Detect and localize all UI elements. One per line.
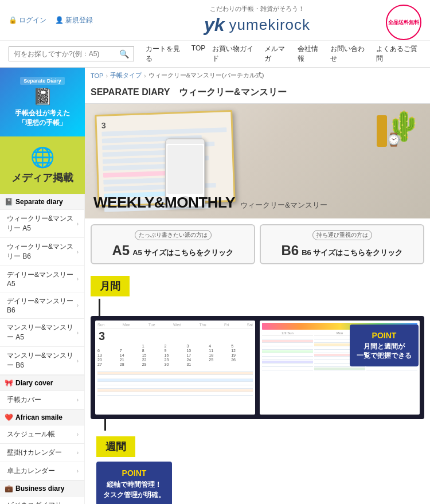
hero-text-overlay: WEEKLY&MONTHLY ウィークリー&マンスリー	[93, 194, 327, 212]
banner-title: 手帳会社が考えた	[15, 108, 70, 118]
logo-yk: yk	[204, 14, 225, 36]
separate-diary-icon: 📓	[5, 198, 13, 206]
sidebar-section-title-separate: 📓 Separate diary	[0, 194, 84, 210]
content-area: TOP › 手帳タイプ › ウィークリー&マンスリー(バーチカル式) SEPAR…	[85, 68, 430, 504]
monthly-label-area: 月間	[91, 276, 424, 316]
globe-icon: 🌐	[30, 146, 54, 169]
lock-icon: 🔒	[9, 16, 17, 24]
point-badge-monthly: POINT 月間と週間が一覧で把握できる	[350, 325, 419, 366]
sidebar-section-title-african: ❤️ African smaile	[0, 410, 84, 425]
sidebar: Separate Diairy 📓 手帳会社が考えた 「理想の手帳」 🌐 メディ…	[0, 68, 85, 504]
register-link[interactable]: 👤 新規登録	[55, 15, 93, 25]
sidebar-banner-diary[interactable]: Separate Diairy 📓 手帳会社が考えた 「理想の手帳」	[0, 68, 85, 136]
chevron-icon: ›	[77, 221, 79, 227]
african-icon: ❤️	[5, 413, 13, 421]
breadcrumb-current: ウィークリー&マンスリー(バーチカル式)	[148, 71, 264, 80]
chevron-icon: ›	[77, 302, 79, 308]
chevron-icon: ›	[77, 249, 79, 255]
nav-faq[interactable]: よくあるご質問	[376, 44, 421, 64]
search-bar: 🔍 カートを見る TOP お買い物ガイド メルマガ 会社情報 お問い合わせ よく…	[0, 41, 430, 68]
main-layout: Separate Diairy 📓 手帳会社が考えた 「理想の手帳」 🌐 メディ…	[0, 68, 430, 504]
breadcrumb-top[interactable]: TOP	[91, 72, 103, 79]
sidebar-item-weekly-b6[interactable]: ウィークリー&マンスリー B6 ›	[0, 238, 84, 266]
sidebar-section-african: ❤️ African smaile スケジュール帳 › 壁掛けカレンダー › 卓…	[0, 409, 84, 480]
auth-links: 🔒 ログイン 👤 新規登録	[9, 15, 93, 25]
weekly-label-area: 週間	[91, 419, 424, 457]
sidebar-section-cover: 🎀 Diary cover 手帳カバー ›	[0, 375, 84, 409]
sidebar-banner-media[interactable]: 🌐 メディア掲載	[0, 136, 85, 194]
sidebar-item-business-diary[interactable]: ビジネスダイアリー ›	[0, 497, 84, 504]
chevron-icon: ›	[77, 397, 79, 403]
sidebar-item-wall-calendar[interactable]: 壁掛けカレンダー ›	[0, 444, 84, 462]
logo-area: こだわりの手帳・雑貨がそろう！ yk yumekirock 全品送料無料	[93, 5, 421, 36]
cta-a5-button[interactable]: たっぷり書きたい派の方は A5 A5 サイズはこちらをクリック	[91, 224, 255, 264]
sidebar-section-title-business: 💼 Business diary	[0, 481, 84, 497]
cta-b6-text: B6 B6 サイズはこちらをクリック	[264, 243, 420, 259]
chevron-icon: ›	[77, 276, 79, 282]
sidebar-item-monthly-b6[interactable]: マンスリー&マンスリー B6 ›	[0, 347, 84, 375]
header: 🔒 ログイン 👤 新規登録 こだわりの手帳・雑貨がそろう！ yk yumekir…	[0, 0, 430, 68]
breadcrumb: TOP › 手帳タイプ › ウィークリー&マンスリー(バーチカル式)	[85, 68, 430, 83]
sidebar-section-business: 💼 Business diary ビジネスダイアリー ›	[0, 480, 84, 504]
nav-links: カートを見る TOP お買い物ガイド メルマガ 会社情報 お問い合わせ よくある…	[146, 44, 421, 64]
sidebar-item-weekly-a5[interactable]: ウィークリー&マンスリー A5 ›	[0, 210, 84, 238]
sidebar-item-desk-calendar[interactable]: 卓上カレンダー ›	[0, 462, 84, 480]
search-input[interactable]	[14, 50, 117, 58]
sidebar-item-monthly-a5[interactable]: マンスリー&マンスリー A5 ›	[0, 319, 84, 347]
nav-guide[interactable]: お買い物ガイド	[212, 44, 257, 64]
chevron-icon: ›	[77, 330, 79, 336]
sidebar-section-separate: 📓 Separate diary ウィークリー&マンスリー A5 › ウィークリ…	[0, 194, 84, 375]
logo-name: yumekirock	[229, 16, 310, 34]
chevron-icon: ›	[77, 468, 79, 474]
tagline: こだわりの手帳・雑貨がそろう！	[93, 5, 421, 13]
chevron-icon: ›	[77, 358, 79, 364]
monthly-label: 月間	[91, 276, 130, 296]
nav-cart[interactable]: カートを見る	[146, 44, 185, 64]
nav-mail[interactable]: メルマガ	[264, 44, 290, 64]
sidebar-item-cover[interactable]: 手帳カバー ›	[0, 391, 84, 409]
sidebar-item-schedule[interactable]: スケジュール帳 ›	[0, 425, 84, 444]
chevron-icon: ›	[77, 450, 79, 456]
cta-buttons: たっぷり書きたい派の方は A5 A5 サイズはこちらをクリック 持ち運び重視の方…	[85, 218, 430, 270]
weekly-label: 週間	[96, 436, 135, 457]
cta-a5-label: たっぷり書きたい派の方は	[135, 230, 212, 240]
point-badge-weekly: POINT 縦軸で時間管理！タスク管理が明確。	[96, 462, 172, 504]
cta-b6-button[interactable]: 持ち運び重視の方は B6 B6 サイズはこちらをクリック	[260, 224, 424, 264]
sidebar-item-daily-b6[interactable]: デイリー&マンスリー B6 ›	[0, 292, 84, 319]
sidebar-item-daily-a5[interactable]: デイリー&マンスリー A5 ›	[0, 266, 84, 292]
search-input-wrap[interactable]: 🔍	[9, 46, 134, 61]
notebook-left-page: SunMonTueWedThuFriSat 3 12345 6789101112…	[95, 321, 255, 415]
banner-label: Separate Diairy	[20, 77, 65, 85]
showcase-notebook: SunMonTueWedThuFriSat 3 12345 6789101112…	[91, 316, 424, 419]
cta-a5-text: A5 A5 サイズはこちらをクリック	[95, 243, 251, 259]
sidebar-section-title-cover: 🎀 Diary cover	[0, 376, 84, 391]
page-title: SEPARATE DIARY ウィークリー&マンスリー	[85, 83, 430, 104]
user-icon: 👤	[55, 16, 64, 24]
hero-image: 3	[85, 104, 430, 218]
login-link[interactable]: 🔒 ログイン	[9, 15, 46, 25]
nav-company[interactable]: 会社情報	[298, 44, 323, 64]
diary-showcase: 月間 SunMonTueWedThuFriSat 3 12345 6789101…	[85, 270, 430, 504]
search-button[interactable]: 🔍	[119, 49, 129, 58]
free-shipping-badge: 全品送料無料	[386, 5, 421, 40]
diary-cover-icon: 🎀	[5, 379, 13, 387]
nav-contact[interactable]: お問い合わせ	[330, 44, 369, 64]
nav-top[interactable]: TOP	[191, 44, 205, 64]
hero-big-text: WEEKLY&MONTHLY	[93, 194, 235, 211]
book-icon: 📓	[33, 87, 53, 106]
chevron-icon: ›	[77, 431, 79, 437]
hero-small-text: ウィークリー&マンスリー	[240, 201, 327, 209]
cta-b6-label: 持ち運び重視の方は	[312, 230, 372, 240]
media-label: メディア掲載	[11, 171, 73, 185]
banner-subtitle: 「理想の手帳」	[18, 118, 67, 128]
breadcrumb-type[interactable]: 手帳タイプ	[110, 71, 142, 80]
business-icon: 💼	[5, 485, 13, 493]
hero-watch: ⌚	[386, 132, 401, 147]
